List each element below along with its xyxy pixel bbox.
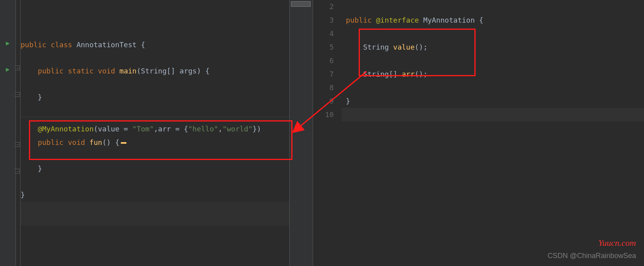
main-close-line: } (21, 91, 289, 104)
line-number: 5 (313, 40, 342, 54)
line-number: 10 (313, 108, 342, 121)
main-method-line: public static void main(String[] args) { (21, 64, 289, 78)
minimap[interactable] (289, 0, 313, 266)
fun-decl-line: public void fun() { (21, 136, 289, 149)
value-method-line: String value(); (342, 40, 644, 54)
class-close-line: } (21, 188, 289, 202)
watermark-csdn: CSDN @ChinaRainbowSea (548, 252, 636, 260)
arr-method-line: String[] arr(); (342, 67, 644, 81)
line-number-gutter: 2 3 4 5 6 7 8 9 10 (313, 0, 342, 266)
line-number: 9 (313, 94, 342, 108)
minimap-thumb[interactable] (291, 1, 311, 7)
run-class-icon[interactable]: ▶ (0, 37, 15, 50)
line-number: 8 (313, 81, 342, 94)
editor-split: ▶ ▶ – – – – public class AnnotationTest … (0, 0, 644, 266)
watermark-site: Yuucn.com (598, 238, 636, 248)
right-pane: 2 3 4 5 6 7 8 9 10 public @interface MyA… (313, 0, 644, 266)
class-decl-line: public class AnnotationTest { (21, 38, 289, 52)
line-number: 2 (313, 0, 342, 13)
interface-decl-line: public @interface MyAnnotation { (342, 13, 644, 27)
fold-icon[interactable]: – (15, 169, 20, 173)
left-run-gutter: ▶ ▶ (0, 0, 16, 266)
interface-close-line: } (342, 94, 644, 108)
left-pane: ▶ ▶ – – – – public class AnnotationTest … (0, 0, 289, 266)
fold-icon[interactable]: – (15, 92, 20, 97)
fold-icon[interactable]: – (15, 66, 20, 70)
run-main-icon[interactable]: ▶ (0, 63, 15, 76)
line-number: 7 (313, 67, 342, 81)
current-line (342, 108, 644, 121)
fold-icon[interactable]: – (15, 142, 20, 147)
annotation-usage-line: @MyAnnotation(value = "Tom",arr = {"hell… (21, 122, 289, 136)
line-number: 4 (313, 27, 342, 40)
line-number: 6 (313, 54, 342, 67)
fun-close-line: } (21, 162, 289, 175)
line-number: 3 (313, 13, 342, 27)
left-code-area[interactable]: public class AnnotationTest { public sta… (21, 0, 289, 266)
right-code-area[interactable]: public @interface MyAnnotation { String … (342, 0, 644, 266)
fold-gutter: – – – – (16, 0, 21, 266)
caret-icon (121, 142, 126, 144)
